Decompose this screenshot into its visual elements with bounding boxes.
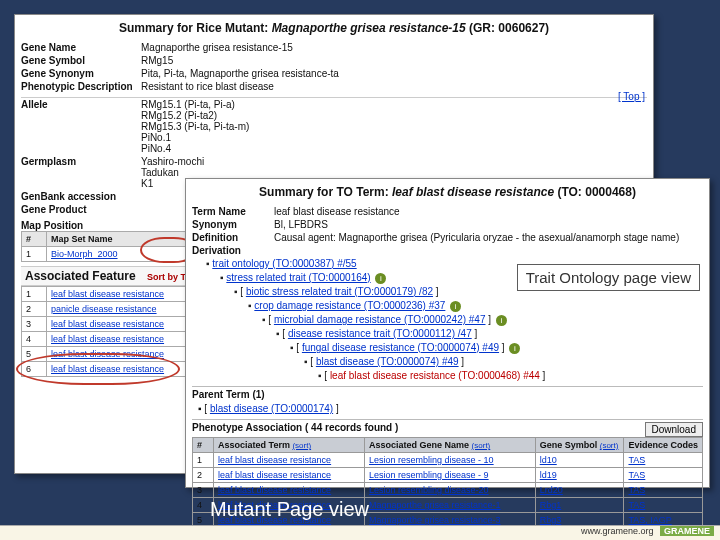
to-term-title: Summary for TO Term: leaf blast disease … (192, 185, 703, 199)
row-derivation: Derivation (192, 244, 703, 257)
parent-term-item[interactable]: ▪ [ blast disease (TO:0000174) ] (198, 402, 703, 416)
top-anchor-link[interactable]: [ Top ] (618, 91, 645, 102)
trait-ontology-callout: Trait Ontology page view (517, 264, 700, 291)
sort-link[interactable]: (sort) (600, 441, 619, 450)
row-gene-synonym: Gene SynonymPita, Pi-ta, Magnaporthe gri… (21, 67, 647, 80)
footer-url[interactable]: www.gramene.org (581, 526, 654, 536)
row-phenotype: Phenotypic DescriptionResistant to rice … (21, 80, 647, 93)
gramene-logo[interactable]: GRAMENE (660, 526, 714, 536)
parent-term-heading: Parent Term (1) (192, 386, 703, 400)
info-icon[interactable]: i (375, 273, 386, 284)
table-row[interactable]: 1leaf blast disease resistanceLesion res… (193, 453, 703, 468)
tree-node[interactable]: [ disease resistance trait (TO:0000112) … (276, 327, 703, 383)
to-term-summary-panel: Summary for TO Term: leaf blast disease … (185, 178, 710, 488)
info-icon[interactable]: i (509, 343, 520, 354)
download-button[interactable]: Download (645, 422, 703, 437)
info-icon[interactable]: i (450, 301, 461, 312)
tree-node[interactable]: crop damage resistance (TO:0000236) #37 … (248, 299, 703, 383)
row-gene-symbol: Gene SymbolRMg15 (21, 54, 647, 67)
tree-node[interactable]: [ blast disease (TO:0000074) #49 ] [ lea… (304, 355, 703, 383)
table-row[interactable]: 2leaf blast disease resistanceLesion res… (193, 468, 703, 483)
row-allele: Allele RMg15.1 (Pi-ta, Pi-a) RMg15.2 (Pi… (21, 98, 647, 155)
footer-bar: www.gramene.org GRAMENE (0, 525, 720, 540)
phenotype-assoc-heading: Phenotype Association ( 44 records found… (192, 419, 703, 433)
sort-link[interactable]: (sort) (472, 441, 491, 450)
mutant-title: Summary for Rice Mutant: Magnaporthe gri… (21, 21, 647, 35)
info-icon[interactable]: i (496, 315, 507, 326)
sort-link[interactable]: (sort) (292, 441, 311, 450)
tree-node[interactable]: [ biotic stress related trait (TO:000017… (234, 285, 703, 383)
row-definition: DefinitionCausal agent: Magnaporthe gris… (192, 231, 703, 244)
tree-node[interactable]: [ fungal disease resistance (TO:0000074)… (290, 341, 703, 383)
highlight-ellipse-icon (16, 353, 180, 385)
tree-node[interactable]: [ leaf blast disease resistance (TO:0000… (318, 369, 703, 383)
tree-node[interactable]: [ microbial damage resistance (TO:000024… (262, 313, 703, 383)
mutant-page-caption: Mutant Page view (210, 498, 369, 521)
row-synonym: SynonymBl, LFBDRS (192, 218, 703, 231)
row-gene-name: Gene NameMagnaporthe grisea resistance-1… (21, 41, 647, 54)
row-term-name: Term Nameleaf blast disease resistance (192, 205, 703, 218)
table-row[interactable]: 3leaf blast disease resistanceLesion res… (193, 483, 703, 498)
